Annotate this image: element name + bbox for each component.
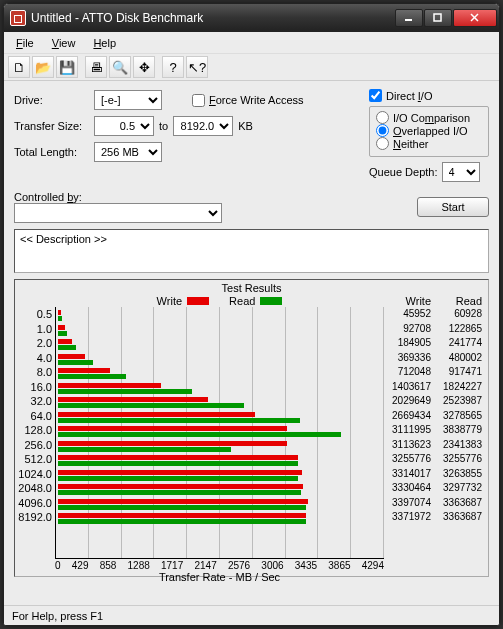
direct-io-input[interactable] [369,89,382,102]
write-bar [58,383,161,388]
bar-pair [58,352,382,367]
transfer-to-label: to [154,120,173,132]
bar-pair [58,511,382,526]
force-write-label: Force Write Access [209,94,304,106]
description-box[interactable]: << Description >> [14,229,489,273]
y-tick-label: 8.0 [17,365,52,380]
readout-read-col: 6092812286524177448000291747118242272523… [435,307,486,559]
menu-file[interactable]: File [8,35,42,51]
y-tick-label: 2048.0 [17,481,52,496]
save-button[interactable]: 💾 [56,56,78,78]
print-button[interactable]: 🖶 [85,56,107,78]
menu-view[interactable]: View [44,35,84,51]
readout-read-value: 2341383 [435,438,482,453]
x-tick-label: 3865 [328,560,350,571]
write-bar [58,441,287,446]
queue-depth-select[interactable]: 4 [442,162,480,182]
open-button[interactable]: 📂 [32,56,54,78]
bar-pair [58,410,382,425]
legend-write: Write [157,295,209,307]
minimize-button[interactable] [395,9,423,27]
read-bar [58,432,341,437]
close-button[interactable] [453,9,497,27]
x-tick-label: 858 [100,560,117,571]
x-tick-label: 3006 [261,560,283,571]
readout-read-value: 480002 [435,351,482,366]
x-axis-labels: 042985812881717214725763006343538654294 [55,560,486,571]
read-bar [58,316,62,321]
neither-radio[interactable]: Neither [376,137,482,150]
controlled-by-label: Controlled by: [14,191,222,203]
y-axis-labels: 0.51.02.04.08.016.032.064.0128.0256.0512… [17,307,55,559]
start-button[interactable]: Start [417,197,489,217]
bar-pair [58,337,382,352]
y-tick-label: 32.0 [17,394,52,409]
readout-write-value: 3111995 [384,423,431,438]
transfer-from-select[interactable]: 0.5 [94,116,154,136]
chart-area [55,307,384,559]
readout-write-col: 4595292708184905369336712048140361720296… [384,307,435,559]
titlebar[interactable]: Untitled - ATTO Disk Benchmark [4,4,499,32]
toolbar: 🗋 📂 💾 🖶 🔍 ✥ ? ↖? [4,54,499,81]
controlled-by-select[interactable] [14,203,222,223]
bar-pair [58,424,382,439]
maximize-icon [433,13,443,23]
menu-help[interactable]: Help [85,35,124,51]
y-tick-label: 8192.0 [17,510,52,525]
move-button[interactable]: ✥ [133,56,155,78]
x-tick-label: 1288 [128,560,150,571]
bar-pair [58,323,382,338]
app-window: Untitled - ATTO Disk Benchmark File View… [3,3,500,626]
transfer-unit-label: KB [233,120,253,132]
legend: Write Read [55,295,384,307]
move-icon: ✥ [139,60,150,75]
x-tick-label: 4294 [362,560,384,571]
form-right: Direct I/O I/O Comparison Overlapped I/O… [369,89,489,187]
write-bar [58,325,65,330]
readout-write-value: 3113623 [384,438,431,453]
new-button[interactable]: 🗋 [8,56,30,78]
drive-select[interactable]: [-e-] [94,90,162,110]
transfer-to-select[interactable]: 8192.0 [173,116,233,136]
readout-write-value: 369336 [384,351,431,366]
svg-rect-1 [434,14,441,21]
read-bar [58,505,306,510]
force-write-input[interactable] [192,94,205,107]
results-title: Test Results [17,282,486,294]
readout-read-value: 122865 [435,322,482,337]
preview-icon: 🔍 [112,60,128,75]
controlled-by-section: Controlled by: [14,191,222,223]
content-area: Drive: [-e-] Force Write Access Transfer… [4,81,499,605]
help-button[interactable]: ? [162,56,184,78]
readout-write-value: 3314017 [384,467,431,482]
bar-pair [58,308,382,323]
context-help-button[interactable]: ↖? [186,56,208,78]
read-bar [58,331,67,336]
form-left: Drive: [-e-] Force Write Access Transfer… [14,89,369,187]
overlapped-io-radio[interactable]: Overlapped I/O [376,124,482,137]
bar-pair [58,482,382,497]
io-comparison-radio[interactable]: I/O Comparison [376,111,482,124]
total-length-select[interactable]: 256 MB [94,142,162,162]
results-panel: Test Results Write Read Write Read [14,279,489,577]
print-preview-button[interactable]: 🔍 [109,56,131,78]
readout-header: Write Read [384,295,486,307]
readout-read-value: 917471 [435,365,482,380]
write-bar [58,310,61,315]
y-tick-label: 64.0 [17,409,52,424]
write-bar [58,354,85,359]
x-tick-label: 2576 [228,560,250,571]
force-write-checkbox[interactable]: Force Write Access [192,94,304,107]
read-bar [58,403,244,408]
readout-read-value: 3263855 [435,467,482,482]
read-bar [58,461,298,466]
direct-io-checkbox[interactable]: Direct I/O [369,89,489,102]
maximize-button[interactable] [424,9,452,27]
open-folder-icon: 📂 [35,60,51,75]
readout-read-value: 3363687 [435,496,482,511]
y-tick-label: 1.0 [17,322,52,337]
read-bar [58,389,192,394]
x-tick-label: 0 [55,560,61,571]
y-tick-label: 16.0 [17,380,52,395]
y-tick-label: 128.0 [17,423,52,438]
